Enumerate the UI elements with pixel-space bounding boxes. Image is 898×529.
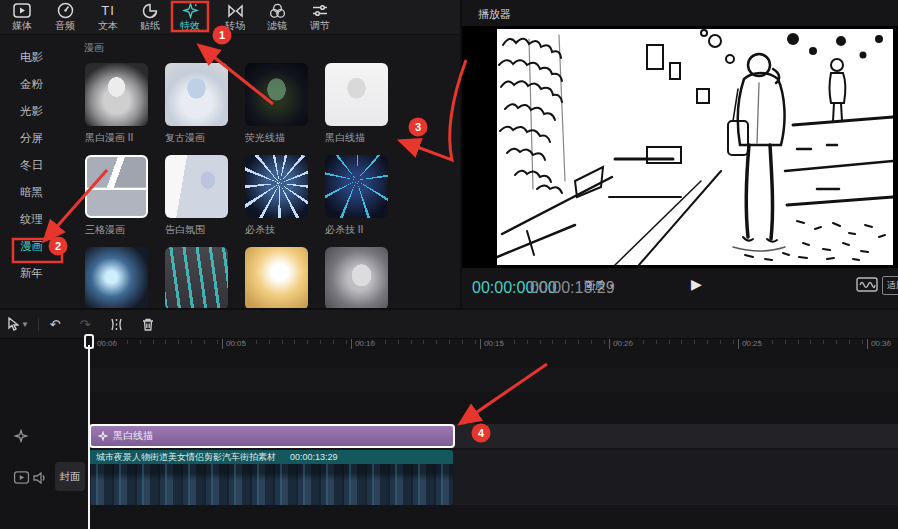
video-preview-area bbox=[462, 26, 898, 268]
effect-thumbnail bbox=[325, 63, 388, 126]
effect-card-neon-sketch[interactable]: 荧光线描 bbox=[245, 63, 315, 145]
select-tool-chevron[interactable]: ▼ bbox=[19, 315, 31, 333]
category-movie[interactable]: 电影 bbox=[0, 44, 78, 71]
tab-label: 贴纸 bbox=[129, 19, 171, 33]
play-button[interactable]: ▶ bbox=[691, 276, 702, 292]
effect-clip-label: 黑白线描 bbox=[113, 429, 153, 443]
effect-clip[interactable]: 黑白线描 bbox=[89, 424, 455, 448]
tab-sticker[interactable]: 贴纸 bbox=[129, 2, 171, 33]
timeline-ruler[interactable]: 00:00 00:05 00:10 00:15 00:20 00:25 00:3… bbox=[88, 339, 898, 353]
tab-label: 调节 bbox=[299, 19, 341, 33]
tab-audio[interactable]: 音频 bbox=[44, 2, 86, 33]
video-track-icon bbox=[13, 471, 30, 484]
category-winter[interactable]: 冬日 bbox=[0, 152, 78, 179]
lineart-frame bbox=[497, 29, 893, 265]
effect-card-row3-2[interactable] bbox=[165, 247, 235, 308]
tab-label: 媒体 bbox=[1, 19, 43, 33]
effect-thumbnail bbox=[325, 155, 388, 218]
player-panel: 播放器 bbox=[462, 0, 898, 308]
redo-button[interactable]: ↷ bbox=[76, 315, 94, 333]
category-dark[interactable]: 暗黑 bbox=[0, 179, 78, 206]
audio-icon bbox=[44, 2, 86, 19]
effect-card-row3-4[interactable] bbox=[325, 247, 395, 308]
adjust-icon bbox=[299, 2, 341, 19]
effect-thumbnail bbox=[325, 247, 388, 308]
quality-dropdown[interactable]: 画质 ▼ bbox=[584, 279, 616, 293]
fit-button[interactable]: 适应 bbox=[882, 276, 898, 295]
video-preview bbox=[497, 29, 893, 265]
ruler-label: 00:00 bbox=[93, 339, 117, 349]
split-button[interactable] bbox=[107, 315, 125, 333]
tab-transition[interactable]: 转场 bbox=[214, 2, 256, 33]
delete-button[interactable] bbox=[139, 315, 157, 333]
effects-library-panel: 媒体 音频 TI 文本 贴纸 特效 转场 bbox=[0, 0, 460, 308]
chevron-down-icon: ▼ bbox=[21, 320, 29, 329]
category-comic[interactable]: 漫画 bbox=[0, 233, 78, 260]
ruler-label: 00:25 bbox=[738, 339, 762, 349]
toolbar-divider bbox=[38, 318, 39, 331]
tab-label: 音频 bbox=[44, 19, 86, 33]
effect-card-ultimate2[interactable]: 必杀技 II bbox=[325, 155, 395, 237]
effect-thumbnail bbox=[85, 155, 148, 218]
tab-adjust[interactable]: 调节 bbox=[299, 2, 341, 33]
effect-card-confession[interactable]: 告白氛围 bbox=[165, 155, 235, 237]
video-clip-header: 城市夜景人物街道美女情侣剪影汽车街拍素材 00:00:13:29 bbox=[89, 450, 453, 464]
transition-icon bbox=[214, 2, 256, 19]
media-icon bbox=[1, 2, 43, 19]
effect-thumbnail bbox=[165, 247, 228, 308]
scope-icon[interactable] bbox=[856, 277, 878, 292]
effect-card-bw-comic2[interactable]: 黑白漫画 II bbox=[85, 63, 155, 145]
text-icon: TI bbox=[87, 2, 129, 19]
tab-label: 文本 bbox=[87, 19, 129, 33]
tab-label: 特效 bbox=[169, 19, 211, 33]
player-title: 播放器 bbox=[478, 7, 511, 22]
effect-card-bw-sketch[interactable]: 黑白线描 bbox=[325, 63, 395, 145]
category-gold[interactable]: 金粉 bbox=[0, 71, 78, 98]
app-window: 媒体 音频 TI 文本 贴纸 特效 转场 bbox=[0, 0, 898, 529]
empty-track-lane bbox=[88, 368, 898, 392]
ruler-label: 00:30 bbox=[867, 339, 891, 349]
effect-track-icon bbox=[14, 429, 28, 443]
tab-label: 滤镜 bbox=[256, 19, 298, 33]
tab-filter[interactable]: 滤镜 bbox=[256, 2, 298, 33]
mute-track-icon[interactable] bbox=[33, 472, 47, 484]
ruler-label: 00:20 bbox=[609, 339, 633, 349]
category-split[interactable]: 分屏 bbox=[0, 125, 78, 152]
section-title: 漫画 bbox=[84, 41, 104, 55]
video-filmstrip bbox=[89, 464, 453, 505]
filter-icon bbox=[256, 2, 298, 19]
effect-thumbnail bbox=[245, 247, 308, 308]
category-newyear[interactable]: 新年 bbox=[0, 260, 78, 287]
timeline-panel: ▼ ↶ ↷ 00:00 00:05 00:10 00:15 00:20 00:2… bbox=[0, 310, 898, 529]
effect-thumbnail bbox=[245, 63, 308, 126]
effect-thumbnail bbox=[85, 63, 148, 126]
effect-thumbnail bbox=[245, 155, 308, 218]
effects-icon bbox=[169, 2, 211, 19]
effect-thumbnail bbox=[165, 63, 228, 126]
category-sidebar: 电影 金粉 光影 分屏 冬日 暗黑 纹理 漫画 新年 bbox=[0, 44, 78, 287]
effect-card-ultimate[interactable]: 必杀技 bbox=[245, 155, 315, 237]
video-clip-duration: 00:00:13:29 bbox=[290, 452, 338, 462]
ruler-label: 00:10 bbox=[351, 339, 375, 349]
effect-card-three-panel[interactable]: 三格漫画 bbox=[85, 155, 155, 237]
effect-thumbnail bbox=[85, 247, 148, 308]
video-clip[interactable]: 城市夜景人物街道美女情侣剪影汽车街拍素材 00:00:13:29 bbox=[89, 450, 453, 505]
ruler-label: 00:05 bbox=[222, 339, 246, 349]
timeline-toolbar bbox=[0, 310, 898, 339]
category-texture[interactable]: 纹理 bbox=[0, 206, 78, 233]
effect-card-retro-comic[interactable]: 复古漫画 bbox=[165, 63, 235, 145]
tab-text[interactable]: TI 文本 bbox=[87, 2, 129, 33]
chevron-down-icon: ▼ bbox=[608, 282, 616, 291]
video-clip-name: 城市夜景人物街道美女情侣剪影汽车街拍素材 bbox=[96, 451, 276, 464]
undo-button[interactable]: ↶ bbox=[46, 315, 64, 333]
cover-button[interactable]: 封面 bbox=[55, 462, 85, 491]
tab-label: 转场 bbox=[214, 19, 256, 33]
tab-effects[interactable]: 特效 bbox=[169, 2, 211, 33]
sticker-icon bbox=[129, 2, 171, 19]
effect-card-row3-1[interactable] bbox=[85, 247, 155, 308]
category-light[interactable]: 光影 bbox=[0, 98, 78, 125]
tab-media[interactable]: 媒体 bbox=[1, 2, 43, 33]
effect-card-row3-3[interactable] bbox=[245, 247, 315, 308]
effect-thumbnail bbox=[165, 155, 228, 218]
effect-clip-icon bbox=[98, 431, 108, 441]
